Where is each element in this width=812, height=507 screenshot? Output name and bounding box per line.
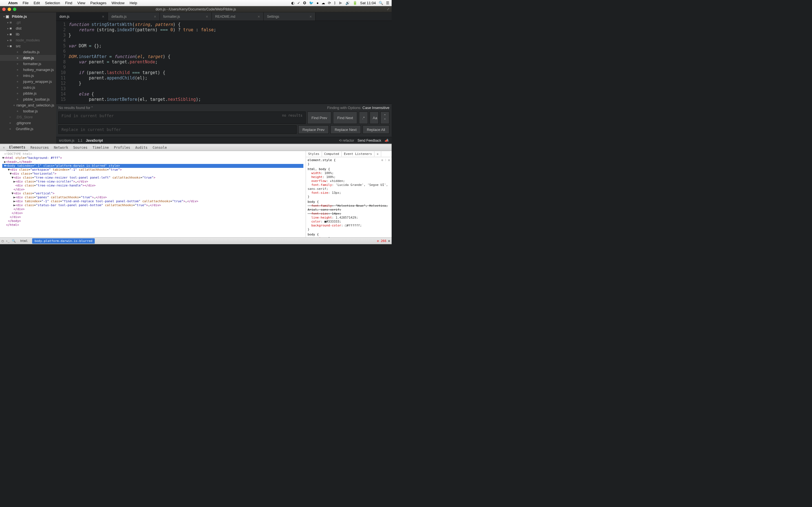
tree-item-.gitignore[interactable]: ▫.gitignore [0, 120, 56, 126]
line-number[interactable]: 10 [56, 70, 66, 75]
styles-rules[interactable]: element.style {⊕ ⁝ ⚙ } html, body { widt… [306, 157, 392, 237]
line-number[interactable]: 2 [56, 27, 66, 33]
fullscreen-icon[interactable]: ⤢ [387, 7, 389, 11]
menu-help[interactable]: Help [127, 1, 140, 5]
line-number[interactable]: 1 [56, 22, 66, 27]
line-number[interactable]: 3 [56, 33, 66, 38]
breadcrumb-html[interactable]: html [18, 238, 30, 244]
devtools-tab-resources[interactable]: Resources [28, 145, 51, 151]
tree-item-.DS_Store[interactable]: ▫.DS_Store [0, 114, 56, 120]
volume-icon[interactable]: 🔊 [345, 1, 350, 5]
tree-item-jquery_wrapper.js[interactable]: ▫jquery_wrapper.js [0, 78, 56, 84]
tree-item-node_modules[interactable]: ▸■node_modules [0, 37, 56, 43]
tree-item-pibble_toolbar.js[interactable]: ▫pibble_toolbar.js [0, 96, 56, 102]
replace-input[interactable]: Replace in current buffer [58, 125, 297, 134]
tab-formatter.js[interactable]: formatter.js× [160, 12, 212, 20]
tree-item-dom.js[interactable]: ▫dom.js [0, 55, 56, 61]
battery-icon[interactable]: 🔋 [353, 1, 357, 5]
chevron-icon[interactable]: ▸ [6, 27, 10, 30]
dock-icon[interactable]: ▢ [2, 239, 4, 243]
menu-window[interactable]: Window [109, 1, 127, 5]
line-number[interactable]: 11 [56, 75, 66, 81]
status-file-path[interactable]: src/dom.js [59, 138, 74, 143]
tree-item-outro.js[interactable]: ▫outro.js [0, 84, 56, 91]
sync-icon[interactable]: ⟳ [328, 1, 331, 5]
dom-node-selected[interactable]: ▼<body tabindex="-1" class="platform-dar… [2, 164, 303, 168]
settings-icon[interactable]: ⚙ [388, 239, 390, 243]
line-number[interactable]: 4 [56, 38, 66, 43]
line-number[interactable]: 7 [56, 54, 66, 59]
find-next-button[interactable]: Find Next [333, 112, 357, 124]
chevron-icon[interactable]: ▸ [6, 39, 10, 42]
devtools-tab-timeline[interactable]: Timeline [90, 145, 111, 151]
breadcrumb-body[interactable]: body.platform-darwin.is-blurred [32, 238, 94, 244]
close-tab-icon[interactable]: × [258, 14, 260, 19]
menu-edit[interactable]: Edit [31, 1, 42, 5]
status-icon[interactable]: ● [316, 1, 319, 5]
case-toggle[interactable]: Aa [370, 112, 378, 124]
tree-item-defaults.js[interactable]: ▫defaults.js [0, 49, 56, 55]
twitter-icon[interactable]: 🐦 [309, 1, 313, 5]
minimize-window-button[interactable] [8, 8, 11, 11]
send-feedback-link[interactable]: Send Feedback [357, 138, 381, 143]
styles-tab-computed[interactable]: Computed [322, 151, 342, 157]
devtools-close-button[interactable]: × [1, 146, 6, 150]
tab-Settings[interactable]: Settings× [264, 12, 315, 20]
text-editor[interactable]: 123456789101112131415 function stringSta… [56, 21, 392, 104]
menu-app[interactable]: Atom [6, 1, 20, 5]
close-window-button[interactable] [2, 8, 6, 11]
tree-item-toolbar.js[interactable]: ▫toolbar.js [0, 108, 56, 114]
devtools-tab-profiles[interactable]: Profiles [111, 145, 133, 151]
close-tab-icon[interactable]: × [102, 14, 104, 19]
bluetooth-icon[interactable]: ᛒ [334, 1, 336, 5]
dom-tree[interactable]: <!DOCTYPE html> ▼<html style="background… [0, 151, 306, 237]
wifi-icon[interactable]: ⫸ [339, 1, 343, 5]
devtools-tab-audits[interactable]: Audits [133, 145, 150, 151]
status-icon[interactable]: ✪ [303, 1, 306, 5]
close-tab-icon[interactable]: × [310, 14, 312, 19]
line-number[interactable]: 12 [56, 81, 66, 86]
menu-view[interactable]: View [75, 1, 88, 5]
tree-item-range_and_selection.js[interactable]: ▫range_and_selection.js [0, 102, 56, 108]
tree-item-dist[interactable]: ▸■dist [0, 25, 56, 31]
tree-item-Gruntfile.js[interactable]: ▫Gruntfile.js [0, 126, 56, 132]
chevron-down-icon[interactable]: ▾ [2, 15, 6, 18]
tree-item-hotkey_manager.js[interactable]: ▫hotkey_manager.js [0, 67, 56, 73]
code-content[interactable]: function stringStartsWith(string, patter… [68, 21, 392, 104]
tab-defaults.js[interactable]: defaults.js× [108, 12, 160, 20]
zoom-window-button[interactable] [13, 8, 16, 11]
devtools-tab-elements[interactable]: Elements [6, 144, 28, 151]
refactor-link[interactable]: ⟲ refactor [339, 138, 354, 143]
devtools-tab-network[interactable]: Network [51, 145, 71, 151]
find-input[interactable]: Find in current buffer no results [58, 112, 306, 124]
line-number[interactable]: 6 [56, 49, 66, 54]
replace-all-button[interactable]: Replace All [363, 125, 389, 134]
regex-toggle[interactable]: .* [359, 112, 368, 124]
tree-view[interactable]: ▾ ▣ Pibble.js ▸■.git▸■dist▸■lib▸■node_mo… [0, 12, 56, 144]
tree-item-.git[interactable]: ▸■.git [0, 19, 56, 25]
close-tab-icon[interactable]: × [206, 14, 208, 19]
line-number[interactable]: 15 [56, 97, 66, 102]
styles-tab-listeners[interactable]: Event Listeners [342, 151, 374, 157]
chevron-icon[interactable]: ▸ [6, 33, 10, 36]
tree-root[interactable]: ▾ ▣ Pibble.js [0, 13, 56, 19]
tab-README.md[interactable]: README.md× [212, 12, 264, 20]
tab-dom.js[interactable]: dom.js× [56, 12, 108, 20]
tree-item-intro.js[interactable]: ▫intro.js [0, 73, 56, 78]
status-icon[interactable]: ◐ [291, 1, 294, 5]
status-icon[interactable]: ✓ [297, 1, 300, 5]
find-prev-button[interactable]: Find Prev [307, 112, 332, 124]
menu-packages[interactable]: Packages [88, 1, 109, 5]
tree-item-lib[interactable]: ▸■lib [0, 31, 56, 37]
search-icon[interactable]: 🔍 [12, 239, 16, 243]
word-toggle[interactable]: " " [380, 112, 389, 124]
menu-selection[interactable]: Selection [43, 1, 63, 5]
line-number[interactable]: 14 [56, 92, 66, 97]
replace-prev-button[interactable]: Replace Prev [298, 125, 329, 134]
styles-tab-more[interactable]: » [374, 151, 381, 157]
status-cursor-position[interactable]: 1,1 [78, 138, 83, 143]
status-grammar[interactable]: JavaScript [86, 138, 103, 143]
spotlight-icon[interactable]: 🔍 [378, 1, 383, 5]
styles-tab-styles[interactable]: Styles [306, 151, 322, 157]
devtools-tab-console[interactable]: Console [150, 145, 169, 151]
